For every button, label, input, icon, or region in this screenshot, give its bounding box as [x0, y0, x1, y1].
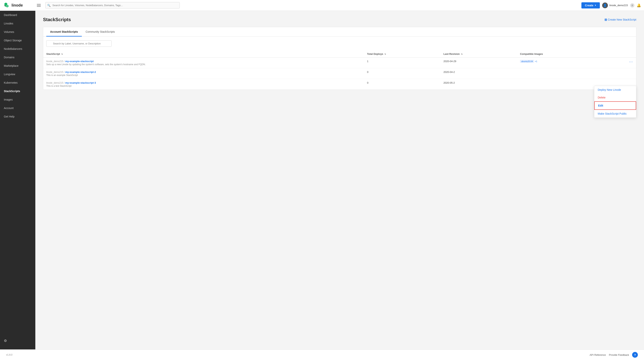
cell-actions-1 [605, 68, 636, 79]
cell-script-0: linode_demo215 / my-example-stackscript … [43, 58, 364, 68]
stackscripts-table: StackScript ⇅ Total Deploys ⇅ Last Revis… [43, 51, 636, 90]
context-menu-deploy[interactable]: Deploy New Linode [594, 86, 636, 94]
help-button[interactable]: ? [632, 352, 638, 358]
sidebar-item-volumes[interactable]: Volumes [0, 28, 35, 36]
table-body: linode_demo215 / my-example-stackscript … [43, 58, 636, 90]
extra-images-tag: +1 [535, 60, 537, 63]
sidebar-item-kubernetes[interactable]: Kubernetes [0, 78, 35, 87]
script-user: linode_demo215 / [46, 71, 65, 73]
logo: linode [3, 2, 34, 9]
sidebar-item-dashboard[interactable]: Dashboard [0, 11, 35, 19]
cell-revision-2: 2020-05-2 [440, 79, 517, 90]
hamburger-button[interactable] [36, 3, 42, 8]
sidebar-item-nodebalancers[interactable]: NodeBalancers [0, 45, 35, 53]
sidebar-item-images[interactable]: Images [0, 95, 35, 104]
sidebar-item-stackscripts[interactable]: StackScripts [0, 87, 35, 95]
cell-script-2: linode_demo215 / my-example-stackscript-… [43, 79, 364, 90]
table-row: linode_demo215 / my-example-stackscript-… [43, 79, 636, 90]
context-menu: Deploy New Linode Delete Edit Make Stack… [594, 86, 636, 118]
cell-deploys-1: 0 [364, 68, 440, 79]
sidebar-item-account[interactable]: Account [0, 104, 35, 112]
linode-logo-icon [3, 2, 10, 9]
table-row: linode_demo215 / my-example-stackscript-… [43, 68, 636, 79]
avatar: 👤 [602, 3, 608, 8]
page-title-row: StackScripts ⊞ Create New StackScript [43, 17, 636, 22]
script-name[interactable]: my-example-stackscript [65, 60, 94, 63]
global-search: 🔍 [45, 2, 180, 9]
cell-revision-0: 2020-04-29 [440, 58, 517, 68]
cell-actions-0: ⋯ [605, 58, 636, 68]
col-actions [605, 51, 636, 58]
col-stackscript: StackScript ⇅ [43, 51, 364, 58]
search-icon: 🔍 [47, 4, 50, 7]
cell-script-1: linode_demo215 / my-example-stackscript-… [43, 68, 364, 79]
script-description: This is a test StackScript [46, 85, 361, 87]
panel-search-area: 🔍 [43, 37, 636, 51]
col-total-deploys: Total Deploys ⇅ [364, 51, 440, 58]
user-section[interactable]: 👤 linode_demo215 [602, 3, 628, 8]
header: linode 🔍 Create ▼ 👤 linode_demo215 0 🔔 [0, 0, 644, 11]
header-right: Create ▼ 👤 linode_demo215 0 🔔 [582, 2, 641, 9]
script-description: This is an example StackScript [46, 74, 361, 77]
footer-right: API Reference Provide Feedback ? [590, 352, 638, 358]
sidebar-item-object-storage[interactable]: Object Storage [0, 36, 35, 45]
footer: v1.8.0 API Reference Provide Feedback ? [0, 349, 644, 360]
script-user: linode_demo215 / [46, 82, 65, 84]
sidebar: Dashboard Linodes Volumes Object Storage… [0, 11, 35, 349]
sort-icon-stackscript[interactable]: ⇅ [61, 53, 63, 55]
logo-text: linode [12, 3, 23, 8]
context-menu-edit[interactable]: Edit [594, 101, 636, 110]
main-content: StackScripts ⊞ Create New StackScript Ac… [35, 11, 644, 349]
sidebar-item-domains[interactable]: Domains [0, 53, 35, 62]
col-compatible-images: Compatible Images [517, 51, 605, 58]
gear-icon[interactable]: ⚙ [4, 339, 7, 343]
image-tag: ubuntu20.04 [520, 60, 534, 63]
stackscript-search-input[interactable] [46, 40, 112, 47]
script-name[interactable]: my-example-stackscript-3 [65, 81, 96, 84]
provide-feedback-link[interactable]: Provide Feedback [609, 353, 629, 356]
search-wrap: 🔍 [46, 40, 112, 47]
context-menu-make-public[interactable]: Make StackScript Public [594, 110, 636, 117]
script-description: Sets up a new Linode by updating the sys… [46, 63, 361, 66]
sidebar-bottom: ⚙ [0, 336, 35, 345]
bell-icon[interactable]: 🔔 [637, 3, 641, 8]
main-layout: Dashboard Linodes Volumes Object Storage… [0, 11, 644, 349]
plus-icon: ⊞ [604, 18, 607, 22]
sidebar-nav: Dashboard Linodes Volumes Object Storage… [0, 11, 35, 336]
sidebar-item-marketplace[interactable]: Marketplace [0, 62, 35, 70]
stackscripts-panel: Account StackScripts Community StackScri… [43, 27, 636, 90]
username-label: linode_demo215 [610, 4, 628, 7]
cell-images-1 [517, 68, 605, 79]
sidebar-item-get-help[interactable]: Get Help [0, 112, 35, 121]
table-row: linode_demo215 / my-example-stackscript … [43, 58, 636, 68]
tab-community-stackscripts[interactable]: Community StackScripts [82, 27, 119, 37]
sidebar-item-longview[interactable]: Longview [0, 70, 35, 78]
notification-badge[interactable]: 0 [630, 3, 634, 8]
cell-deploys-0: 1 [364, 58, 440, 68]
script-name[interactable]: my-example-stackscript-2 [65, 71, 96, 73]
chevron-down-icon: ▼ [594, 4, 596, 6]
tabs: Account StackScripts Community StackScri… [43, 27, 636, 37]
cell-deploys-2: 0 [364, 79, 440, 90]
page-title: StackScripts [43, 17, 71, 22]
cell-images-2 [517, 79, 605, 90]
table-header-row: StackScript ⇅ Total Deploys ⇅ Last Revis… [43, 51, 636, 58]
context-menu-delete[interactable]: Delete [594, 94, 636, 101]
create-new-stackscript-link[interactable]: ⊞ Create New StackScript [604, 18, 636, 22]
cell-images-0: ubuntu20.04+1 [517, 58, 605, 68]
script-user: linode_demo215 / [46, 60, 65, 63]
sidebar-item-linodes[interactable]: Linodes [0, 19, 35, 28]
compatible-images: ubuntu20.04+1 [520, 60, 602, 63]
search-input[interactable] [45, 2, 180, 9]
action-dots-button[interactable]: ⋯ [629, 60, 633, 64]
sort-icon-deploys[interactable]: ⇅ [384, 53, 386, 55]
cell-revision-1: 2020-04-2 [440, 68, 517, 79]
create-button[interactable]: Create ▼ [582, 2, 600, 9]
tab-account-stackscripts[interactable]: Account StackScripts [46, 27, 82, 37]
col-last-revision: Last Revision ⇅ [440, 51, 517, 58]
api-reference-link[interactable]: API Reference [590, 353, 606, 356]
sort-icon-revision[interactable]: ⇅ [461, 53, 462, 55]
version-label: v1.8.0 [6, 353, 12, 356]
